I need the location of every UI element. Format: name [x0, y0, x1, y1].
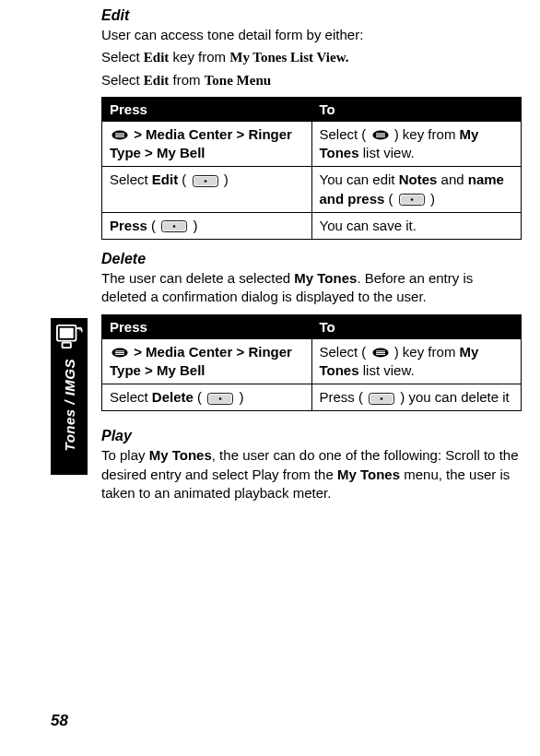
soft-key-icon: [207, 393, 233, 405]
table-row: Press ( ) You can save it.: [102, 212, 522, 239]
menu-key-icon: [112, 348, 128, 358]
col-to: To: [311, 97, 522, 121]
col-press: Press: [102, 97, 312, 121]
page-number: 58: [51, 712, 68, 730]
select-edit-cell: Select Edit ( ): [102, 167, 312, 213]
play-paragraph: To play My Tones, the user can do one of…: [101, 446, 522, 502]
edit-heading: Edit: [101, 7, 522, 24]
edit-table: Press To > Media Center > Ringer Type > …: [101, 97, 522, 240]
press-cell: Press ( ): [102, 212, 312, 239]
table-header-row: Press To: [102, 314, 522, 338]
soft-key-icon: [399, 194, 425, 206]
edit-line2: Select Edit key from My Tones List View.: [101, 48, 522, 66]
table-row: Select Edit ( ) You can edit Notes and n…: [102, 167, 522, 213]
table-row: Select Delete ( ) Press ( ) you can dele…: [102, 384, 522, 411]
to-select-key: Select ( ) key from My Tones list view.: [311, 121, 522, 167]
edit-intro: User can access tone detail form by eith…: [101, 26, 522, 44]
table-row: > Media Center > Ringer Type > My Bell S…: [102, 121, 522, 167]
delete-intro: The user can delete a selected My Tones.…: [101, 269, 522, 307]
delete-heading: Delete: [101, 251, 522, 267]
edit-line3: Select Edit from Tone Menu: [101, 71, 522, 89]
col-press: Press: [102, 314, 312, 338]
to-select-key: Select ( ) key from My Tones list view.: [311, 338, 522, 384]
play-heading: Play: [101, 428, 522, 444]
to-edit-notes: You can edit Notes and name and press ( …: [311, 167, 522, 213]
select-delete-cell: Select Delete ( ): [102, 384, 312, 411]
nav-path-cell: > Media Center > Ringer Type > My Bell: [102, 121, 312, 167]
delete-table: Press To > Media Center > Ringer Type > …: [101, 314, 522, 412]
soft-key-icon: [193, 175, 218, 187]
nav-path-cell: > Media Center > Ringer Type > My Bell: [102, 338, 312, 384]
side-chapter-tab: Tones / IMGS: [51, 318, 88, 475]
table-header-row: Press To: [102, 97, 522, 121]
computer-icon: [55, 324, 83, 349]
side-chapter-label: Tones / IMGS: [62, 359, 77, 451]
to-save: You can save it.: [311, 212, 522, 239]
menu-key-icon: [112, 130, 128, 140]
soft-key-icon: [369, 393, 394, 405]
menu-key-icon: [372, 130, 389, 140]
table-row: > Media Center > Ringer Type > My Bell S…: [102, 338, 522, 384]
menu-key-icon: [372, 348, 389, 358]
soft-key-icon: [161, 220, 187, 232]
col-to: To: [311, 314, 522, 338]
to-press-delete: Press ( ) you can delete it: [311, 384, 522, 411]
